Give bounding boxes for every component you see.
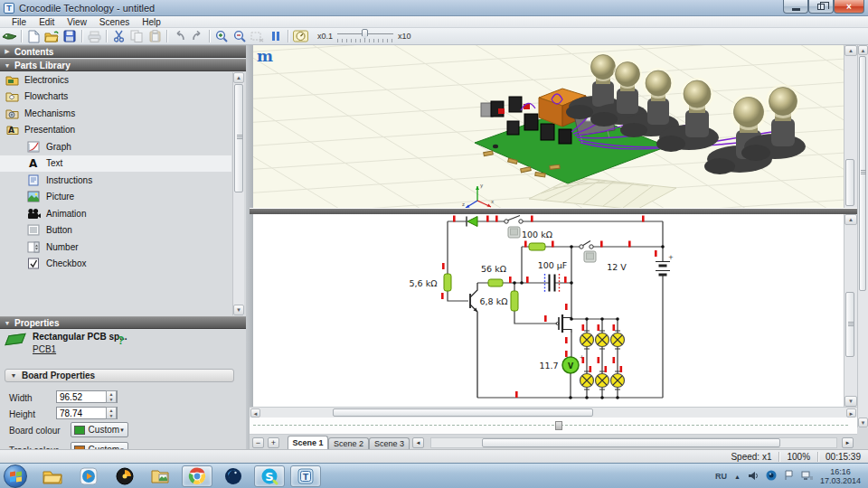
- breadboard-3d[interactable]: [529, 177, 676, 208]
- voltmeter[interactable]: V 11.7 +: [539, 353, 584, 373]
- height-spinner[interactable]: ▲▼: [106, 407, 117, 419]
- part-item-text[interactable]: A Text: [0, 155, 231, 173]
- taskbar-skype-button[interactable]: S: [254, 465, 285, 487]
- taskbar-crocodile-button[interactable]: T: [290, 465, 321, 487]
- add-scene-button[interactable]: +: [268, 437, 279, 448]
- taskbar-aimp-button[interactable]: [109, 465, 140, 487]
- board-colour-dropdown[interactable]: Custom ▼: [71, 422, 128, 437]
- battery-12v[interactable]: 12 V +: [607, 254, 674, 275]
- hidden-icons-arrow-icon[interactable]: ▲: [734, 474, 741, 480]
- document-scrollbar-thumb[interactable]: [859, 56, 866, 291]
- schematic-scrollbar[interactable]: ▲ ▼: [844, 214, 857, 407]
- tab-scene-3[interactable]: Scene 3: [369, 437, 410, 449]
- pushbutton-1[interactable]: [508, 227, 520, 238]
- print-button[interactable]: [85, 29, 103, 44]
- properties-panel-header[interactable]: ▼ Properties: [0, 316, 246, 329]
- restore-button[interactable]: [808, 0, 834, 14]
- parts-category-flowcharts[interactable]: Flowcharts: [0, 89, 231, 106]
- part-item-button[interactable]: Button: [0, 222, 231, 239]
- pause-button[interactable]: [267, 29, 285, 44]
- zoom-region-button[interactable]: [249, 29, 267, 44]
- part-item-number[interactable]: Number: [0, 239, 231, 256]
- minimize-button[interactable]: [783, 0, 808, 14]
- diode[interactable]: [467, 217, 477, 227]
- tab-scene-2[interactable]: Scene 2: [328, 437, 369, 449]
- schematic-hscrollbar[interactable]: ◄ ►: [250, 407, 857, 418]
- part-item-checkbox[interactable]: Checkbox: [0, 256, 231, 273]
- paste-button[interactable]: [146, 29, 164, 44]
- save-button[interactable]: [61, 29, 79, 44]
- 3d-scene[interactable]: y x z: [253, 45, 844, 208]
- tabs-scroll-right-icon[interactable]: ►: [842, 437, 854, 448]
- taskbar-explorer-button[interactable]: [37, 465, 68, 487]
- parts-scrollbar-thumb[interactable]: [234, 84, 243, 192]
- new-document-button[interactable]: [24, 29, 42, 44]
- tabs-scrollbar[interactable]: [430, 437, 837, 448]
- menu-scenes[interactable]: Scenes: [93, 17, 136, 27]
- schematic-pane[interactable]: 100 kΩ 12 V + 56 kΩ: [253, 214, 844, 407]
- contents-panel-header[interactable]: ▶ Contents: [0, 45, 246, 58]
- close-button[interactable]: ×: [834, 0, 864, 14]
- help-icon[interactable]: ?: [118, 334, 124, 347]
- zoom-out-button[interactable]: [231, 29, 249, 44]
- taskbar-media-player-button[interactable]: [73, 465, 104, 487]
- taskbar-dragon-browser-button[interactable]: [218, 465, 249, 487]
- timeline-handle[interactable]: [555, 421, 562, 430]
- transistor-mosfet[interactable]: [556, 314, 571, 333]
- scroll-down-icon[interactable]: ▼: [233, 305, 244, 315]
- zoom-in-button[interactable]: [212, 29, 231, 44]
- scroll-up-icon[interactable]: ▲: [858, 45, 868, 55]
- 3d-view-pane[interactable]: y x z m: [253, 45, 844, 208]
- speed-slider[interactable]: [337, 29, 393, 43]
- schematic-scrollbar-thumb[interactable]: [845, 292, 854, 357]
- cut-button[interactable]: [109, 29, 127, 44]
- scroll-down-icon[interactable]: ▼: [844, 396, 857, 407]
- parts-list-scrollbar[interactable]: ▲ ▼: [232, 72, 244, 315]
- part-item-picture[interactable]: Picture: [0, 189, 231, 206]
- switch-2[interactable]: [580, 241, 593, 249]
- undo-button[interactable]: [170, 29, 188, 44]
- resistor-6k8[interactable]: 6,8 kΩ: [480, 291, 518, 311]
- circuit-schematic[interactable]: 100 kΩ 12 V + 56 kΩ: [253, 214, 844, 407]
- resistor-5k6[interactable]: 5,6 kΩ: [410, 274, 451, 291]
- parts-category-presentation[interactable]: A Presentation: [0, 122, 231, 139]
- open-file-button[interactable]: [42, 29, 61, 44]
- 3d-scrollbar-thumb[interactable]: [845, 159, 854, 206]
- redo-button[interactable]: [188, 29, 206, 44]
- scroll-down-icon[interactable]: ▼: [858, 418, 868, 427]
- hscrollbar-thumb[interactable]: [333, 408, 593, 417]
- tabs-scrollbar-thumb[interactable]: [482, 438, 780, 447]
- 3d-view-scrollbar[interactable]: ▲: [844, 45, 857, 208]
- language-indicator[interactable]: RU: [715, 472, 727, 481]
- simulation-speed-icon[interactable]: [291, 29, 309, 44]
- scroll-left-icon[interactable]: ◄: [250, 408, 260, 418]
- capacitor-100uf[interactable]: 100 µF: [538, 260, 568, 292]
- part-item-graph[interactable]: Graph: [0, 138, 231, 155]
- sidebar-splitter[interactable]: [246, 45, 253, 449]
- parts-category-electronics[interactable]: Electronics: [0, 71, 231, 89]
- parts-category-mechanisms[interactable]: Mechanisms: [0, 105, 231, 122]
- taskbar-photo-viewer-button[interactable]: [146, 465, 176, 487]
- scroll-up-icon[interactable]: ▲: [844, 45, 857, 56]
- component-id-link[interactable]: PCB1: [33, 344, 56, 354]
- transistor-bjt[interactable]: [470, 283, 477, 398]
- part-item-instructions[interactable]: Instructions: [0, 172, 231, 189]
- copy-button[interactable]: [127, 29, 146, 44]
- taskbar-clock[interactable]: 16:16 17.03.2014: [820, 467, 861, 485]
- parts-library-panel-header[interactable]: ▼ Parts Library: [0, 59, 246, 71]
- taskbar-chrome-button[interactable]: [182, 465, 212, 487]
- scroll-up-icon[interactable]: ▲: [233, 72, 244, 83]
- pane-divider[interactable]: [250, 208, 857, 214]
- scroll-right-icon[interactable]: ►: [846, 408, 856, 418]
- tab-scene-1[interactable]: Scene 1: [288, 436, 328, 449]
- volume-icon[interactable]: [748, 471, 759, 483]
- tabs-scroll-left-icon[interactable]: ◄: [412, 437, 424, 448]
- scroll-up-icon[interactable]: ▲: [844, 214, 857, 225]
- menu-edit[interactable]: Edit: [33, 17, 61, 27]
- document-scrollbar[interactable]: ▲ ▼: [857, 45, 868, 427]
- menu-file[interactable]: File: [5, 17, 33, 27]
- menu-help[interactable]: Help: [136, 17, 167, 27]
- network-icon[interactable]: [801, 471, 813, 483]
- timeline-strip[interactable]: [250, 418, 857, 435]
- pushbutton-2[interactable]: [584, 251, 596, 262]
